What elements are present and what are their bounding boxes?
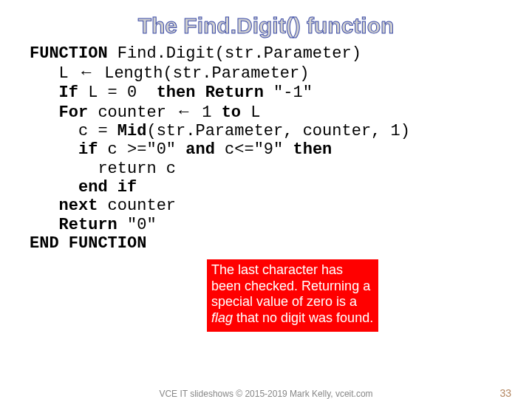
callout-text2: that no digit was found.	[233, 310, 373, 325]
code-l10b: "0"	[117, 216, 157, 234]
code-l6b: c >="0"	[98, 140, 185, 159]
code-l2b: Length(str.Parameter)	[95, 64, 309, 83]
code-l4e: L	[241, 103, 260, 122]
kw-for: For	[30, 103, 88, 122]
callout-flag: flag	[211, 310, 233, 325]
code-l7: return c	[30, 160, 176, 178]
kw-if2: if	[30, 140, 98, 159]
pseudocode-block: FUNCTION Find.Digit(str.Parameter) L ← L…	[30, 44, 502, 253]
code-l3d: "-1"	[264, 83, 313, 102]
code-l3b: L = 0	[78, 83, 157, 102]
slide-title: The Find.Digit() function	[0, 13, 532, 38]
kw-and: and	[185, 140, 215, 159]
callout-box: The last character has been checked. Ret…	[207, 259, 378, 332]
kw-then-return: then Return	[157, 83, 264, 102]
arrow-icon: ←	[176, 102, 192, 120]
code-l4b: counter	[88, 103, 176, 122]
kw-next: next	[30, 197, 98, 215]
footer-text: VCE IT slideshows © 2015-2019 Mark Kelly…	[0, 389, 532, 399]
page-number: 33	[499, 387, 511, 399]
code-l5a: c =	[30, 122, 117, 140]
code-l2a: L	[30, 64, 78, 83]
kw-mid: Mid	[117, 122, 147, 140]
slide: The Find.Digit() function FUNCTION Find.…	[0, 13, 532, 399]
code-l1b: Find.Digit(str.Parameter)	[108, 44, 361, 63]
code-l6d: c<="9"	[215, 140, 293, 159]
kw-then: then	[293, 140, 332, 159]
code-l9b: counter	[98, 197, 176, 215]
code-l5c: (str.Parameter, counter, 1)	[146, 122, 409, 140]
kw-endfunction: END FUNCTION	[30, 234, 146, 253]
kw-to: to	[222, 103, 241, 122]
kw-if: If	[30, 83, 78, 102]
kw-function: FUNCTION	[30, 44, 108, 63]
arrow-icon: ←	[78, 63, 95, 81]
code-l4c: 1	[192, 103, 222, 122]
callout-text1: The last character has been checked. Ret…	[211, 262, 370, 309]
kw-return: Return	[30, 216, 117, 234]
kw-endif: end if	[30, 178, 137, 197]
